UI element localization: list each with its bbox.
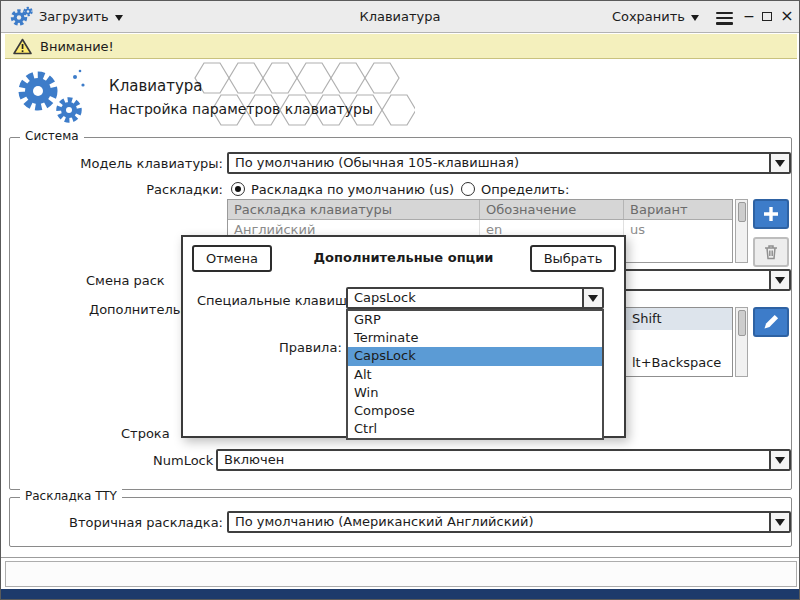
cell-layout-variant: us [624,220,730,240]
layout-switch-label: Смена раск [86,273,165,288]
rules-label: Правила: [279,340,341,355]
dropdown-option[interactable]: GRP [348,311,602,329]
load-menu-button[interactable]: Загрузить [39,1,123,33]
chevron-down-icon [115,15,123,21]
secondary-layout-select[interactable]: По умолчанию (Американский Английский) [227,511,791,533]
tty-group-legend: Раскладка TTY [20,489,122,503]
trash-icon [761,242,781,262]
keyboard-model-select[interactable]: По умолчанию (Обычная 105-клавишная) [227,152,791,174]
system-group-legend: Система [20,129,84,143]
column-header[interactable]: Вариант [624,200,730,219]
command-line-label: Строка [121,426,170,441]
page-subtitle: Настройка параметров клавиатуры [109,101,373,117]
save-menu-button[interactable]: Сохранить [612,1,699,33]
numlock-value: Включен [224,451,765,469]
numlock-select[interactable]: Включен [216,449,791,471]
secondary-layout-label: Вторичная раскладка: [61,515,223,530]
special-keys-label: Специальные клавиши: [197,293,343,308]
additional-options-dialog: Отмена Дополнительные опции Выбрать Спец… [181,235,626,438]
pencil-icon [761,312,781,332]
hotkey-list-scrollbar[interactable] [735,307,748,377]
add-layout-button[interactable] [753,199,789,229]
column-header[interactable]: Раскладка клавиатуры [228,200,480,219]
secondary-layout-value: По умолчанию (Американский Английский) [235,513,765,531]
keyboard-model-label: Модель клавиатуры: [61,156,223,171]
titlebar: Загрузить Клавиатура Сохранить − × [1,1,799,33]
dropdown-arrow-icon[interactable] [769,513,789,531]
radio-default-layout[interactable] [231,182,245,196]
hotkey-text: Shift [632,308,662,330]
hexagon-pattern-decoration [193,61,415,131]
dropdown-arrow-icon[interactable] [769,154,789,172]
app-gear-icon [10,6,34,29]
dropdown-arrow-icon[interactable] [769,451,789,469]
radio-default-layout-label[interactable]: Раскладка по умолчанию (us) [251,182,454,197]
app-window: Загрузить Клавиатура Сохранить − × Внима… [0,0,800,600]
keyboard-model-value: По умолчанию (Обычная 105-клавишная) [235,154,765,172]
dropdown-option-selected[interactable]: CapsLock [348,347,602,365]
table-scrollbar[interactable] [735,199,748,263]
radio-custom-layout-label[interactable]: Определить: [481,182,569,197]
dropdown-option[interactable]: Compose [348,402,602,420]
special-keys-value: CapsLock [354,289,578,307]
radio-custom-layout[interactable] [461,182,475,196]
window-bottom-edge [1,589,800,600]
hotkey-text: lt+Backspace [632,352,721,374]
minimize-button[interactable]: − [741,1,757,33]
hamburger-menu-button[interactable] [716,9,733,27]
dropdown-option[interactable]: Ctrl [348,420,602,438]
dropdown-arrow-icon[interactable] [582,289,602,307]
load-menu-label: Загрузить [39,9,109,24]
layouts-label: Раскладки: [141,182,223,197]
special-keys-dropdown-list[interactable]: GRP Terminate CapsLock Alt Win Compose C… [346,309,604,440]
status-bar [5,561,797,587]
dropdown-arrow-icon[interactable] [769,271,789,289]
numlock-label: NumLock [153,453,213,468]
plus-icon [761,204,781,224]
warning-bar: Внимание! [5,34,797,59]
keyboard-module-gears-icon [11,63,95,129]
close-button[interactable]: × [779,1,795,33]
edit-hotkey-button[interactable] [753,307,789,337]
footer-separator [1,557,800,558]
maximize-button[interactable] [762,12,772,21]
save-menu-label: Сохранить [612,9,685,24]
dropdown-option[interactable]: Terminate [348,329,602,347]
special-keys-select[interactable]: CapsLock [346,287,604,309]
dropdown-option[interactable]: Alt [348,366,602,384]
warning-icon [13,38,32,55]
warning-text: Внимание! [40,39,114,54]
select-button[interactable]: Выбрать [530,245,616,272]
chevron-down-icon [691,15,699,21]
layouts-table-header: Раскладка клавиатуры Обозначение Вариант [228,200,732,220]
column-header[interactable]: Обозначение [480,200,624,219]
dropdown-option[interactable]: Win [348,384,602,402]
page-title: Клавиатура [109,77,203,95]
delete-layout-button[interactable] [753,237,789,267]
